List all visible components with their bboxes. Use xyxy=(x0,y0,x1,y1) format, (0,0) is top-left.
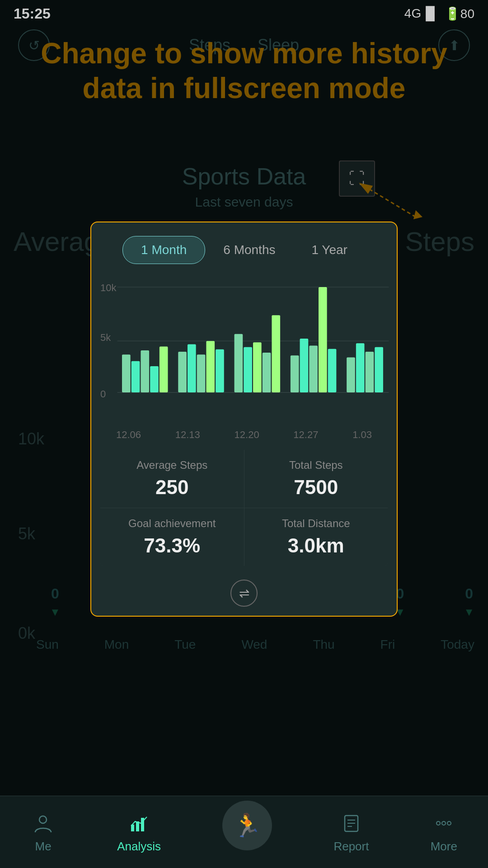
x-label-103: 1.03 xyxy=(352,429,372,441)
svg-rect-19 xyxy=(263,353,271,392)
goal-achievement-label: Goal achievement xyxy=(112,517,233,530)
svg-rect-20 xyxy=(272,315,280,392)
modal-tabs: 1 Month 6 Months 1 Year xyxy=(91,222,397,273)
svg-rect-21 xyxy=(291,355,299,392)
status-time: 15:25 xyxy=(14,5,51,22)
svg-rect-16 xyxy=(235,334,243,392)
tab-1-year[interactable]: 1 Year xyxy=(293,236,365,264)
report-label: Report xyxy=(333,840,369,854)
total-distance-label: Total Distance xyxy=(256,517,377,530)
total-distance-cell: Total Distance 3.0km xyxy=(244,508,388,566)
total-steps-label: Total Steps xyxy=(256,459,377,472)
svg-rect-25 xyxy=(328,349,337,392)
center-icon: 🏃 xyxy=(233,812,261,839)
report-icon xyxy=(339,811,364,836)
transfer-icon[interactable]: ⇌ xyxy=(230,580,258,607)
svg-rect-9 xyxy=(150,366,159,392)
total-steps-cell: Total Steps 7500 xyxy=(244,450,388,508)
me-icon xyxy=(31,811,56,836)
battery-icon: 🔋80 xyxy=(445,6,474,21)
status-icons: 4G▐▌ 🔋80 xyxy=(404,6,474,21)
modal-bottom: ⇌ xyxy=(91,571,397,616)
x-label-1206: 12.06 xyxy=(116,429,141,441)
nav-analysis[interactable]: Analysis xyxy=(117,811,161,854)
svg-rect-12 xyxy=(188,344,196,392)
svg-rect-29 xyxy=(375,347,383,392)
nav-me[interactable]: Me xyxy=(31,811,56,854)
svg-point-40 xyxy=(447,821,451,825)
bottom-navigation: Me Analysis 🏃 Report xyxy=(0,796,488,868)
svg-rect-8 xyxy=(141,350,149,392)
svg-rect-6 xyxy=(122,354,131,392)
tab-1-month[interactable]: 1 Month xyxy=(122,236,205,264)
signal-icon: 4G▐▌ xyxy=(404,6,439,21)
svg-rect-7 xyxy=(131,361,140,392)
nav-report[interactable]: Report xyxy=(333,811,369,854)
x-label-1227: 12.27 xyxy=(293,429,318,441)
svg-point-38 xyxy=(436,821,440,825)
svg-rect-28 xyxy=(366,352,374,392)
more-label: More xyxy=(431,840,457,854)
svg-point-39 xyxy=(442,821,446,825)
y-label-5k: 5k xyxy=(100,332,111,344)
svg-rect-15 xyxy=(216,349,224,392)
svg-rect-14 xyxy=(206,341,215,392)
svg-rect-10 xyxy=(160,347,168,393)
svg-rect-18 xyxy=(253,342,262,392)
average-steps-value: 250 xyxy=(112,476,233,499)
goal-achievement-value: 73.3% xyxy=(112,534,233,557)
nav-more[interactable]: More xyxy=(431,811,457,854)
average-steps-label: Average Steps xyxy=(112,459,233,472)
total-distance-value: 3.0km xyxy=(256,534,377,557)
svg-rect-17 xyxy=(244,347,252,392)
stats-grid: Average Steps 250 Total Steps 7500 Goal … xyxy=(100,450,388,566)
status-bar: 15:25 4G▐▌ 🔋80 xyxy=(0,0,488,27)
tab-6-months[interactable]: 6 Months xyxy=(205,236,293,264)
x-label-1220: 12.20 xyxy=(235,429,259,441)
chart-svg xyxy=(114,273,392,404)
goal-achievement-cell: Goal achievement 73.3% xyxy=(100,508,244,566)
nav-center[interactable]: 🏃 xyxy=(222,801,272,850)
svg-point-30 xyxy=(39,816,47,823)
chart-area: 10k 5k 0 xyxy=(91,273,397,427)
svg-rect-23 xyxy=(309,346,318,393)
average-steps-cell: Average Steps 250 xyxy=(100,450,244,508)
x-label-1213: 12.13 xyxy=(175,429,200,441)
svg-rect-24 xyxy=(319,287,327,392)
analysis-icon xyxy=(127,811,151,836)
modal-card: 1 Month 6 Months 1 Year 10k 5k 0 xyxy=(90,222,398,617)
total-steps-value: 7500 xyxy=(256,476,377,499)
me-label: Me xyxy=(35,840,52,854)
chart-x-labels: 12.06 12.13 12.20 12.27 1.03 xyxy=(91,427,397,445)
svg-rect-27 xyxy=(356,343,365,392)
svg-rect-26 xyxy=(347,357,355,392)
svg-rect-13 xyxy=(197,354,206,392)
svg-rect-22 xyxy=(300,339,309,392)
more-icon xyxy=(432,811,456,836)
y-label-0: 0 xyxy=(100,388,106,400)
analysis-label: Analysis xyxy=(117,840,161,854)
svg-rect-11 xyxy=(178,352,187,392)
